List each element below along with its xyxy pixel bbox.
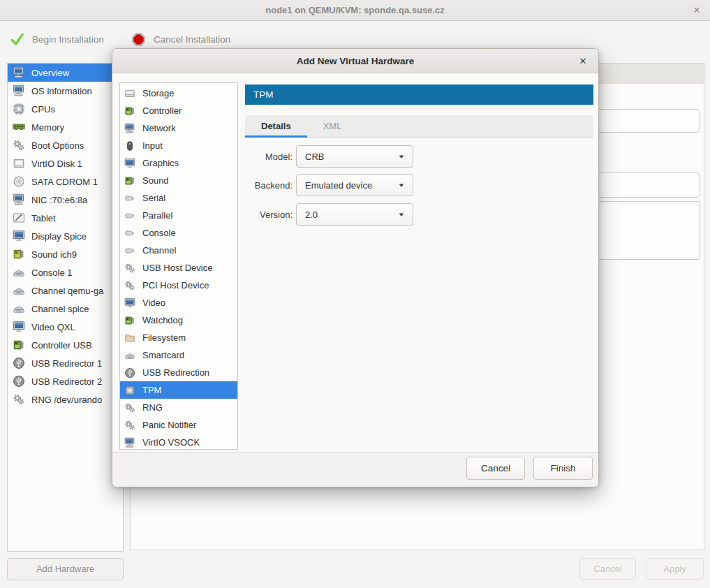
sidebar-item-os-information[interactable]: OS information (8, 82, 123, 100)
device-type-label: Input (142, 140, 163, 151)
sidebar-item-label: OS information (31, 86, 92, 96)
sidebar-item-label: SATA CDROM 1 (31, 177, 98, 187)
computer-icon (124, 123, 135, 134)
sidebar-item-controller-usb[interactable]: Controller USB (8, 336, 123, 354)
device-type-watchdog[interactable]: Watchdog (120, 311, 237, 329)
version-row: Version:2.0▼ (214, 203, 413, 226)
main-apply-button: Apply (646, 558, 704, 580)
sidebar-item-display-spice[interactable]: Display Spice (8, 227, 123, 245)
mouse-icon (124, 140, 135, 152)
device-type-controller[interactable]: Controller (120, 102, 237, 119)
device-type-panic-notifier[interactable]: Panic Notifier (120, 416, 237, 434)
sidebar-item-label: NIC :70:e6:8a (31, 195, 87, 205)
chevron-down-icon: ▼ (398, 182, 406, 189)
device-type-label: Network (142, 123, 176, 133)
begin-installation-button[interactable]: Begin Installation (3, 27, 111, 52)
sidebar-item-boot-options[interactable]: Boot Options (8, 136, 123, 154)
device-type-usb-redirection[interactable]: USB Redirection (120, 364, 237, 381)
device-type-channel[interactable]: Channel (120, 242, 237, 259)
dialog-titlebar: Add New Virtual Hardware ✕ (112, 49, 598, 73)
dialog-finish-button[interactable]: Finish (533, 457, 593, 480)
window-close-icon[interactable]: ✕ (688, 0, 706, 21)
sidebar-item-sata-cdrom-1[interactable]: SATA CDROM 1 (8, 172, 123, 191)
sidebar-item-virtio-disk-1[interactable]: VirtIO Disk 1 (8, 154, 123, 172)
version-select[interactable]: 2.0▼ (296, 203, 413, 226)
display-icon (13, 321, 25, 333)
sidebar-item-memory[interactable]: Memory (8, 118, 123, 136)
sidebar-item-channel-qemu-ga[interactable]: Channel qemu-ga (8, 281, 123, 300)
scanner-icon (13, 302, 25, 315)
begin-installation-label: Begin Installation (32, 34, 104, 45)
sidebar-item-channel-spice[interactable]: Channel spice (8, 300, 123, 318)
version-label: Version: (214, 210, 296, 220)
device-type-label: Storage (142, 88, 175, 98)
device-type-label: Filesystem (142, 332, 186, 343)
model-row: Model:CRB▼ (214, 145, 413, 168)
card-green-icon (124, 315, 135, 326)
chevron-down-icon: ▼ (398, 154, 406, 160)
computer-icon (13, 193, 25, 206)
sidebar-item-label: Video QXL (31, 322, 75, 332)
sound-olive-icon (13, 248, 25, 260)
device-type-tpm[interactable]: TPM (120, 381, 237, 399)
backend-select[interactable]: Emulated device▼ (296, 174, 413, 196)
plug-icon (124, 228, 135, 239)
device-type-virtio-vsock[interactable]: VirtIO VSOCK (120, 434, 237, 450)
tablet-icon (13, 212, 25, 224)
plug-icon (124, 210, 135, 221)
device-type-label: USB Redirection (142, 367, 209, 378)
version-value: 2.0 (305, 210, 318, 220)
device-type-video[interactable]: Video (120, 294, 237, 311)
device-type-label: Console (142, 228, 176, 238)
model-label: Model: (214, 152, 296, 162)
sidebar-item-tablet[interactable]: Tablet (8, 209, 123, 227)
scanner-icon (124, 350, 135, 361)
card-green-icon (124, 175, 135, 186)
device-type-label: TPM (142, 385, 161, 395)
device-type-rng[interactable]: RNG (120, 399, 237, 416)
chevron-down-icon: ▼ (398, 212, 406, 218)
device-type-pci-host-device[interactable]: PCI Host Device (120, 277, 237, 294)
device-type-storage[interactable]: Storage (120, 84, 237, 102)
sidebar-item-cpus[interactable]: CPUs (8, 100, 123, 118)
usb-icon (124, 367, 135, 378)
dialog-footer: Cancel Finish (112, 452, 598, 487)
card-green-icon (13, 339, 25, 351)
sidebar-item-nic-70-e6-8a[interactable]: NIC :70:e6:8a (8, 191, 123, 209)
device-type-filesystem[interactable]: Filesystem (120, 329, 237, 346)
sidebar-item-rng-dev-urando[interactable]: RNG /dev/urando (8, 390, 123, 409)
sidebar-item-sound-ich9[interactable]: Sound ich9 (8, 245, 123, 263)
tab-details[interactable]: Details (245, 115, 307, 138)
sidebar-item-label: USB Redirector 1 (31, 358, 102, 369)
backend-label: Backend: (214, 180, 296, 191)
sidebar-item-label: Overview (31, 68, 69, 78)
device-type-network[interactable]: Network (120, 119, 237, 137)
sidebar-item-usb-redirector-2[interactable]: USB Redirector 2 (8, 372, 123, 390)
device-type-usb-host-device[interactable]: USB Host Device (120, 259, 237, 277)
gears-icon (124, 263, 135, 274)
storage-icon (124, 88, 135, 99)
stop-sign-icon (131, 32, 146, 47)
display-icon (13, 230, 25, 242)
device-type-console[interactable]: Console (120, 224, 237, 242)
device-type-label: PCI Host Device (142, 280, 209, 291)
sidebar-item-label: VirtIO Disk 1 (31, 159, 82, 169)
checkmark-icon (10, 32, 24, 47)
model-select[interactable]: CRB▼ (296, 145, 413, 168)
dialog-close-icon[interactable]: ✕ (575, 49, 591, 73)
sidebar-item-console-1[interactable]: Console 1 (8, 263, 123, 281)
dialog-cancel-button[interactable]: Cancel (466, 457, 525, 480)
sidebar-item-label: Memory (31, 122, 64, 133)
sidebar-item-overview[interactable]: Overview (8, 64, 123, 82)
device-type-smartcard[interactable]: Smartcard (120, 346, 237, 364)
device-type-label: Serial (142, 193, 165, 203)
device-type-label: USB Host Device (142, 263, 212, 273)
cdrom-icon (13, 175, 25, 188)
device-panel-header-label: TPM (253, 89, 274, 100)
tab-xml[interactable]: XML (307, 115, 358, 138)
chip-icon (124, 385, 135, 396)
add-hardware-button[interactable]: Add Hardware (7, 558, 124, 580)
sidebar-item-usb-redirector-1[interactable]: USB Redirector 1 (8, 354, 123, 372)
plug-icon (124, 193, 135, 204)
sidebar-item-video-qxl[interactable]: Video QXL (8, 318, 123, 336)
